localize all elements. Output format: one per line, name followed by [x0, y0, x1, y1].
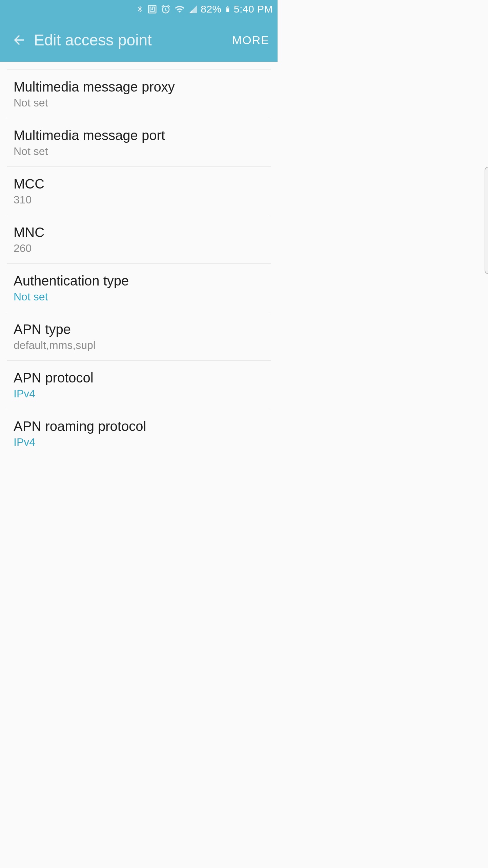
row-title: APN roaming protocol [14, 419, 264, 434]
page-title: Edit access point [34, 31, 231, 49]
row-auth-type[interactable]: Authentication type Not set [7, 264, 271, 312]
alarm-icon [161, 4, 171, 14]
row-mms-proxy[interactable]: Multimedia message proxy Not set [7, 70, 271, 118]
settings-list: Multimedia message proxy Not set Multime… [0, 62, 278, 457]
row-value: 260 [14, 242, 264, 255]
row-title: MNC [14, 225, 264, 240]
row-apn-roaming-protocol[interactable]: APN roaming protocol IPv4 [7, 409, 271, 457]
row-title: Authentication type [14, 273, 264, 289]
row-mms-port[interactable]: Multimedia message port Not set [7, 118, 271, 167]
row-title: APN protocol [14, 370, 264, 386]
battery-percent: 82% [201, 3, 222, 15]
back-button[interactable] [9, 31, 28, 50]
row-title: Multimedia message port [14, 128, 264, 143]
row-value: 310 [14, 194, 264, 206]
row-value: Not set [14, 291, 264, 303]
row-apn-protocol[interactable]: APN protocol IPv4 [7, 361, 271, 409]
arrow-left-icon [12, 33, 26, 47]
svg-rect-0 [226, 7, 229, 8]
app-bar: Edit access point MORE [0, 18, 278, 62]
battery-icon [224, 4, 231, 15]
row-value: IPv4 [14, 388, 264, 400]
list-top-divider [7, 62, 271, 70]
bluetooth-icon [136, 4, 144, 14]
row-value: default,mms,supl [14, 339, 264, 352]
row-title: Multimedia message proxy [14, 79, 264, 95]
row-value: Not set [14, 145, 264, 158]
row-value: Not set [14, 97, 264, 109]
status-bar: 82% 5:40 PM [0, 0, 278, 18]
more-button[interactable]: MORE [231, 31, 271, 50]
row-value: IPv4 [14, 436, 264, 449]
wifi-icon [174, 4, 185, 14]
nfc-icon [147, 4, 157, 14]
row-title: MCC [14, 176, 264, 192]
row-mcc[interactable]: MCC 310 [7, 167, 271, 215]
clock: 5:40 PM [234, 3, 273, 15]
row-title: APN type [14, 322, 264, 337]
signal-icon [188, 4, 198, 14]
row-apn-type[interactable]: APN type default,mms,supl [7, 312, 271, 361]
status-icons [136, 4, 198, 14]
row-mnc[interactable]: MNC 260 [7, 215, 271, 264]
